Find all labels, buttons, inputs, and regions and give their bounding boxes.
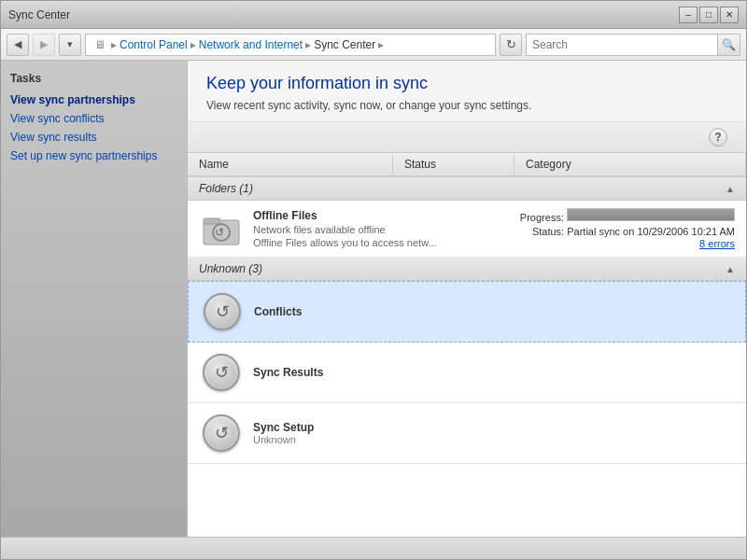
breadcrumb-sep-3: ▸	[378, 38, 384, 51]
sync-results-info: Sync Results	[253, 366, 323, 379]
status-line: Status: Partial sync on 10/29/2006 10:21…	[520, 226, 735, 237]
sync-setup-sub: Unknown	[253, 434, 314, 445]
window-controls: – □ ✕	[679, 7, 739, 23]
sync-results-row[interactable]: ↺ Sync Results	[188, 343, 746, 403]
sidebar-item-view-sync-conflicts[interactable]: View sync conflicts	[10, 111, 177, 126]
sidebar-item-set-up-new-partnerships[interactable]: Set up new sync partnerships	[10, 148, 177, 163]
folder-svg-icon: ↺	[202, 209, 241, 248]
conflicts-info: Conflicts	[254, 305, 302, 318]
unknown-collapse-icon: ▲	[726, 264, 735, 274]
errors-link[interactable]: 8 errors	[699, 238, 735, 249]
offline-files-icon: ↺	[199, 206, 244, 251]
forward-button[interactable]: ▶	[33, 34, 55, 56]
sync-results-name: Sync Results	[253, 366, 323, 379]
offline-files-status-area: Progress: Status: Partial sync on 10/29/…	[520, 208, 735, 250]
breadcrumb: 🖥 ▸ Control Panel ▸ Network and Internet…	[85, 34, 496, 56]
breadcrumb-sep-0: ▸	[111, 38, 117, 51]
offline-files-row[interactable]: ↺ Offline Files Network files available …	[188, 201, 746, 258]
sync-results-sync-icon: ↺	[203, 354, 240, 391]
conflicts-icon: ↺	[200, 289, 245, 334]
breadcrumb-network-internet[interactable]: Network and Internet	[199, 38, 303, 51]
window-title: Sync Center	[8, 8, 70, 21]
content-header: Keep your information in sync View recen…	[188, 61, 746, 122]
page-title: Keep your information in sync	[206, 74, 727, 93]
toolbar-row: ?	[188, 122, 746, 153]
search-input[interactable]	[527, 38, 717, 51]
breadcrumb-sep-1: ▸	[190, 38, 196, 51]
svg-text:↺: ↺	[215, 226, 224, 239]
offline-files-desc1: Network files available offline	[253, 224, 520, 235]
sync-setup-info: Sync Setup Unknown	[253, 421, 314, 445]
help-button[interactable]: ?	[709, 128, 727, 147]
offline-files-info: Offline Files Network files available of…	[253, 209, 520, 248]
conflicts-sync-icon: ↺	[204, 293, 241, 330]
folders-section-label: Folders (1)	[199, 182, 253, 195]
table-container: Name Status Category Folders (1) ▲	[188, 153, 746, 537]
sync-setup-name: Sync Setup	[253, 421, 314, 434]
minimize-button[interactable]: –	[679, 7, 698, 23]
breadcrumb-sync-center: Sync Center	[314, 38, 375, 51]
conflicts-row[interactable]: ↺ Conflicts	[188, 281, 746, 343]
recent-pages-button[interactable]: ▾	[59, 34, 81, 56]
sidebar: Tasks View sync partnerships View sync c…	[1, 61, 188, 537]
search-button[interactable]: 🔍	[717, 35, 740, 55]
sync-results-icon: ↺	[199, 350, 244, 395]
maximize-button[interactable]: □	[699, 7, 718, 23]
refresh-button[interactable]: ↻	[500, 34, 522, 56]
folders-collapse-icon: ▲	[726, 184, 735, 194]
content-pane: Keep your information in sync View recen…	[188, 61, 746, 537]
page-subtitle: View recent sync activity, sync now, or …	[206, 99, 727, 112]
col-header-status[interactable]: Status	[393, 153, 514, 175]
unknown-section-label: Unknown (3)	[199, 262, 262, 275]
progress-bar-fill	[568, 209, 734, 220]
progress-label: Progress:	[520, 208, 735, 223]
sync-setup-sync-icon: ↺	[203, 414, 240, 452]
folders-section-header[interactable]: Folders (1) ▲	[188, 177, 746, 201]
back-button[interactable]: ◀	[7, 34, 29, 56]
breadcrumb-control-panel[interactable]: Control Panel	[120, 38, 188, 51]
search-bar: 🔍	[526, 34, 740, 56]
unknown-section-header[interactable]: Unknown (3) ▲	[188, 258, 746, 281]
title-bar: Sync Center – □ ✕	[1, 1, 746, 29]
sidebar-tasks-label: Tasks	[10, 72, 177, 85]
col-header-name[interactable]: Name	[188, 153, 393, 175]
breadcrumb-icon: 🖥	[94, 38, 106, 51]
main-area: Tasks View sync partnerships View sync c…	[1, 61, 746, 537]
status-bar	[1, 537, 746, 559]
sidebar-item-view-sync-results[interactable]: View sync results	[10, 130, 177, 145]
column-headers: Name Status Category	[188, 153, 746, 177]
conflicts-name: Conflicts	[254, 305, 302, 318]
sync-setup-icon: ↺	[199, 411, 244, 455]
offline-files-name: Offline Files	[253, 209, 520, 222]
breadcrumb-sep-2: ▸	[305, 38, 311, 51]
window: Sync Center – □ ✕ ◀ ▶ ▾ 🖥 ▸ Control Pane…	[0, 0, 747, 560]
col-header-category[interactable]: Category	[514, 153, 746, 175]
svg-rect-1	[204, 218, 220, 224]
address-bar: ◀ ▶ ▾ 🖥 ▸ Control Panel ▸ Network and In…	[1, 29, 746, 61]
close-button[interactable]: ✕	[720, 7, 739, 23]
sidebar-item-view-sync-partnerships[interactable]: View sync partnerships	[10, 92, 177, 107]
offline-files-desc2: Offline Files allows you to access netw.…	[253, 237, 520, 248]
sync-setup-row[interactable]: ↺ Sync Setup Unknown	[188, 403, 746, 464]
progress-bar-container	[567, 208, 735, 221]
